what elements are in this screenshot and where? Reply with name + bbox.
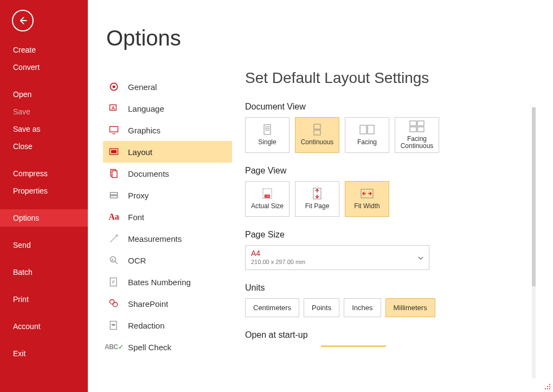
tile-fit-page[interactable]: Fit Page bbox=[295, 181, 339, 217]
facing-continuous-icon bbox=[409, 120, 425, 132]
sidebar-item-send[interactable]: Send bbox=[0, 236, 88, 254]
tile-label: Continuous bbox=[301, 139, 334, 146]
chevron-down-icon bbox=[418, 253, 423, 263]
section-label: Page Size bbox=[245, 230, 526, 240]
fit-page-icon bbox=[309, 188, 325, 200]
resize-grip[interactable] bbox=[543, 382, 551, 390]
sidebar-item-save-as[interactable]: Save as bbox=[0, 120, 88, 138]
tile-label: Fit Width bbox=[354, 203, 380, 210]
font-icon: Aa bbox=[107, 210, 120, 223]
opt-cat-label: Bates Numbering bbox=[128, 278, 191, 287]
bates-icon: # bbox=[107, 275, 120, 288]
svg-point-52 bbox=[549, 388, 550, 389]
opt-cat-label: Font bbox=[128, 213, 144, 222]
proxy-icon bbox=[107, 189, 120, 202]
tile-label: Facing bbox=[357, 139, 377, 146]
page-title: Options bbox=[106, 26, 553, 50]
opt-cat-label: General bbox=[128, 82, 157, 92]
opt-cat-font[interactable]: Aa Font bbox=[103, 206, 232, 228]
page-size-dropdown[interactable]: A4 210.00 x 297.00 mm bbox=[245, 245, 429, 270]
svg-rect-32 bbox=[360, 125, 366, 134]
startup-highlight bbox=[321, 345, 386, 347]
opt-cat-graphics[interactable]: Graphics bbox=[103, 119, 232, 141]
svg-rect-36 bbox=[410, 127, 416, 132]
opt-cat-layout[interactable]: Layout bbox=[103, 141, 232, 163]
svg-rect-8 bbox=[110, 126, 118, 132]
sidebar-item-convert[interactable]: Convert bbox=[0, 59, 88, 76]
unit-points[interactable]: Points bbox=[304, 298, 339, 317]
svg-rect-14 bbox=[110, 192, 117, 195]
sidebar-item-save[interactable]: Save bbox=[0, 103, 88, 120]
sidebar-item-options[interactable]: Options bbox=[0, 209, 88, 227]
tile-label: Fit Page bbox=[305, 203, 330, 210]
opt-cat-label: Redaction bbox=[128, 321, 165, 330]
tile-continuous[interactable]: Continuous bbox=[295, 117, 339, 153]
opt-cat-spellcheck[interactable]: ABC✓ Spell Check bbox=[103, 336, 232, 358]
scrollbar-thumb[interactable] bbox=[532, 107, 536, 286]
sidebar-item-open[interactable]: Open bbox=[0, 86, 88, 103]
sidebar-item-compress[interactable]: Compress bbox=[0, 165, 88, 182]
page: Options General A Language Graphics Layo… bbox=[88, 0, 553, 392]
sidebar-item-properties[interactable]: Properties bbox=[0, 182, 88, 200]
sidebar-item-print[interactable]: Print bbox=[0, 291, 88, 308]
section-units: Units Centimeters Points Inches Millimet… bbox=[245, 283, 526, 317]
spellcheck-icon: ABC✓ bbox=[107, 340, 120, 354]
opt-cat-proxy[interactable]: Proxy bbox=[103, 184, 232, 206]
svg-rect-34 bbox=[410, 121, 416, 126]
tile-actual-size[interactable]: 100 Actual Size bbox=[245, 181, 290, 217]
file-sidebar: Create Convert Open Save Save as Close C… bbox=[0, 0, 88, 392]
svg-point-5 bbox=[113, 86, 115, 88]
opt-cat-label: SharePoint bbox=[128, 299, 168, 309]
tile-single[interactable]: Single bbox=[245, 117, 290, 153]
dropdown-value: A4 bbox=[251, 249, 423, 258]
svg-rect-15 bbox=[110, 196, 117, 198]
section-document-view: Document View Single Continuous Facing F… bbox=[245, 102, 526, 153]
svg-text:a: a bbox=[112, 258, 114, 261]
svg-point-23 bbox=[113, 303, 117, 307]
sidebar-item-create[interactable]: Create bbox=[0, 41, 88, 59]
svg-line-19 bbox=[115, 261, 118, 264]
opt-cat-label: Language bbox=[128, 104, 164, 113]
opt-cat-bates[interactable]: # Bates Numbering bbox=[103, 271, 232, 293]
opt-cat-label: Measurements bbox=[128, 234, 182, 243]
svg-point-50 bbox=[545, 388, 546, 389]
options-content: Set Default Layout Settings Document Vie… bbox=[245, 69, 526, 392]
opt-cat-general[interactable]: General bbox=[103, 76, 232, 98]
unit-millimeters[interactable]: Millimeters bbox=[385, 298, 435, 317]
tile-fit-width[interactable]: Fit Width bbox=[345, 181, 389, 217]
opt-cat-ocr[interactable]: a OCR bbox=[103, 249, 232, 271]
section-page-size: Page Size A4 210.00 x 297.00 mm bbox=[245, 230, 526, 270]
tile-label: Facing Continuous bbox=[395, 136, 439, 150]
sidebar-item-close[interactable]: Close bbox=[0, 138, 88, 155]
section-label: Page View bbox=[245, 166, 526, 176]
ocr-icon: a bbox=[107, 254, 120, 267]
section-label: Units bbox=[245, 283, 526, 293]
svg-point-51 bbox=[547, 388, 548, 389]
tile-facing-continuous[interactable]: Facing Continuous bbox=[395, 117, 439, 153]
section-label: Open at start-up bbox=[245, 330, 526, 340]
opt-cat-measurements[interactable]: Measurements bbox=[103, 228, 232, 249]
back-button[interactable] bbox=[12, 10, 34, 31]
svg-rect-26 bbox=[264, 125, 271, 134]
opt-cat-language[interactable]: A Language bbox=[103, 98, 232, 119]
sidebar-item-batch[interactable]: Batch bbox=[0, 264, 88, 281]
sidebar-item-exit[interactable]: Exit bbox=[0, 345, 88, 362]
section-page-view: Page View 100 Actual Size Fit Page Fit W… bbox=[245, 166, 526, 217]
language-icon: A bbox=[107, 102, 120, 115]
svg-text:A: A bbox=[112, 105, 115, 111]
unit-centimeters[interactable]: Centimeters bbox=[245, 298, 299, 317]
content-scrollbar[interactable] bbox=[532, 107, 536, 378]
tile-facing[interactable]: Facing bbox=[345, 117, 389, 153]
unit-inches[interactable]: Inches bbox=[344, 298, 381, 317]
sidebar-item-account[interactable]: Account bbox=[0, 318, 88, 335]
opt-cat-label: Spell Check bbox=[128, 343, 171, 352]
svg-text:100: 100 bbox=[265, 195, 270, 198]
options-category-list: General A Language Graphics Layout Docum… bbox=[103, 76, 232, 358]
tile-label: Single bbox=[258, 139, 276, 146]
opt-cat-label: Proxy bbox=[128, 191, 149, 200]
svg-rect-25 bbox=[112, 324, 115, 326]
opt-cat-documents[interactable]: Documents bbox=[103, 163, 232, 184]
content-heading: Set Default Layout Settings bbox=[245, 69, 526, 87]
opt-cat-sharepoint[interactable]: SharePoint bbox=[103, 293, 232, 314]
opt-cat-redaction[interactable]: Redaction bbox=[103, 314, 232, 336]
